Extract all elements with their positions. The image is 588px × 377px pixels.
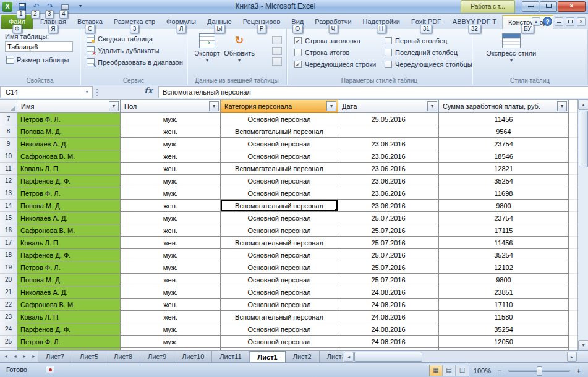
cell-gender[interactable]: муж.	[121, 261, 221, 274]
cell-category[interactable]: Основной персонал	[221, 175, 338, 187]
button-обновить[interactable]: ↻Обновить▾	[223, 32, 255, 64]
column-header-имя[interactable]: Имя▾	[17, 100, 121, 113]
horizontal-scrollbar[interactable]: ◄ ►	[343, 351, 577, 362]
cell-salary[interactable]: 9800	[439, 274, 569, 286]
tab-вид[interactable]: ВидО	[286, 15, 309, 29]
cell-name[interactable]: Парфенов Д. Ф.	[17, 323, 121, 336]
formula-input[interactable]: Вспомогательный персонал	[158, 86, 588, 98]
name-box[interactable]: C14 ▾	[0, 86, 93, 98]
zoom-in-button[interactable]: +	[574, 367, 583, 375]
minimize-button[interactable]	[522, 1, 539, 12]
cell-date[interactable]: 24.08.2016	[338, 299, 439, 311]
cell-salary[interactable]: 35254	[439, 323, 569, 336]
row-number[interactable]: 9	[0, 138, 17, 150]
cell-date[interactable]: 24.08.2016	[338, 286, 439, 299]
cell-name[interactable]: Петров Ф. Л.	[17, 261, 121, 274]
cell-category[interactable]: Основной персонал	[221, 249, 338, 261]
column-header-пол[interactable]: Пол▾	[121, 100, 221, 113]
cell-gender[interactable]: муж.	[121, 175, 221, 187]
row-number[interactable]: 18	[0, 249, 17, 261]
cell-category[interactable]: Основной персонал	[221, 336, 338, 348]
checkbox-box[interactable]	[385, 37, 392, 44]
open-in-browser-icon[interactable]	[272, 47, 282, 55]
qat-print-button[interactable]: 4	[58, 1, 72, 12]
checkbox-box[interactable]	[385, 61, 392, 68]
row-number[interactable]: 16	[0, 224, 17, 237]
tab-вставка[interactable]: ВставкаС	[72, 15, 108, 29]
sheet-tab-лист1[interactable]: Лист1	[250, 351, 286, 362]
cell-salary[interactable]: 17115	[439, 224, 569, 237]
next-sheet-icon[interactable]: ►	[20, 351, 29, 362]
cell-name[interactable]: Попова М. Д.	[17, 200, 121, 212]
zoom-out-button[interactable]: −	[495, 367, 504, 375]
button-сводная-таблица[interactable]: Сводная таблица	[84, 33, 187, 44]
filter-icon[interactable]: ▾	[326, 101, 336, 111]
cell-date[interactable]: 25.07.2016	[338, 237, 439, 249]
cell-category[interactable]: Основной персонал	[221, 187, 338, 200]
cell-gender[interactable]: муж.	[121, 187, 221, 200]
sheet-tab-лист3[interactable]: Лист3	[320, 351, 343, 362]
checkbox-строка-заголовка[interactable]: ✓Строка заголовка	[294, 35, 385, 46]
cell-salary[interactable]: 11698	[439, 187, 569, 200]
workbook-restore-icon[interactable]	[566, 17, 574, 26]
scroll-up-icon[interactable]: ▲	[578, 100, 588, 110]
tab-формулы[interactable]: ФормулыЛ	[161, 15, 202, 29]
cell-date[interactable]: 24.08.2016	[338, 311, 439, 323]
scroll-down-icon[interactable]: ▼	[578, 340, 588, 350]
cell-name[interactable]: Петров Ф. Л.	[17, 336, 121, 348]
macro-record-icon[interactable]	[46, 366, 54, 373]
cell-gender[interactable]: жен.	[121, 274, 221, 286]
close-button[interactable]: ×	[558, 1, 586, 12]
cell-gender[interactable]: жен.	[121, 163, 221, 175]
cell-gender[interactable]: муж.	[121, 323, 221, 336]
maximize-button[interactable]	[540, 1, 557, 12]
checkbox-box[interactable]	[385, 49, 392, 56]
cell-date[interactable]: 24.08.2016	[338, 323, 439, 336]
tab-данные[interactable]: ДанныеЫ	[202, 15, 237, 29]
cell-gender[interactable]: жен.	[121, 237, 221, 249]
resize-table-button[interactable]: Размер таблицы	[4, 54, 80, 65]
workbook-minimize-icon[interactable]	[555, 17, 563, 26]
qat-redo-button[interactable]: ↷3	[43, 1, 58, 12]
cell-date[interactable]: 25.07.2016	[338, 261, 439, 274]
sheet-tab-лист8[interactable]: Лист8	[106, 351, 140, 362]
cell-category[interactable]: Вспомогательный персонал	[221, 237, 338, 249]
cell-date[interactable]: 23.06.2016	[338, 150, 439, 163]
checkbox-box[interactable]: ✓	[294, 37, 302, 44]
cell-salary[interactable]: 35254	[439, 249, 569, 261]
button-преобразовать-в-диапазон[interactable]: Преобразовать в диапазон	[84, 56, 187, 68]
row-number[interactable]: 25	[0, 336, 17, 348]
sheet-tab-лист9[interactable]: Лист9	[140, 351, 174, 362]
row-number[interactable]: 12	[0, 175, 17, 187]
cell-category[interactable]: Вспомогательный персонал	[221, 163, 338, 175]
previous-sheet-icon[interactable]: ◄	[11, 351, 20, 362]
scroll-right-icon[interactable]: ►	[567, 352, 577, 362]
cell-category[interactable]: Основной персонал	[221, 224, 338, 237]
zoom-level[interactable]: 100%	[474, 367, 491, 375]
cell-gender[interactable]: муж.	[121, 212, 221, 224]
sheet-tab-лист11[interactable]: Лист11	[212, 351, 249, 362]
filter-icon[interactable]: ▾	[109, 101, 119, 111]
zoom-slider[interactable]	[508, 370, 570, 372]
sheet-tab-лист2[interactable]: Лист2	[286, 351, 320, 362]
cell-salary[interactable]: 12050	[439, 336, 569, 348]
row-number[interactable]: 11	[0, 163, 17, 175]
cell-gender[interactable]: муж.	[121, 286, 221, 299]
cell-date[interactable]: 25.07.2016	[338, 224, 439, 237]
row-number[interactable]: 17	[0, 237, 17, 249]
checkbox-первый-столбец[interactable]: Первый столбец	[385, 35, 475, 46]
select-all-corner[interactable]	[0, 100, 17, 113]
cell-name[interactable]: Попова М. Д.	[17, 125, 121, 138]
row-number[interactable]: 8	[0, 125, 17, 138]
row-number[interactable]: 10	[0, 150, 17, 163]
cell-name[interactable]: Петров Ф. Л.	[17, 113, 121, 125]
tab-рецензиров[interactable]: РецензировР	[237, 15, 286, 29]
cell-date[interactable]: 25.07.2016	[338, 249, 439, 261]
cell-name[interactable]: Парфенов Д. Ф.	[17, 249, 121, 261]
first-sheet-icon[interactable]: ◄	[1, 351, 11, 362]
cell-name[interactable]: Николаев А. Д.	[17, 286, 121, 299]
cell-category[interactable]: Вспомогательный персонал	[221, 125, 338, 138]
cell-name[interactable]: Коваль Л. П.	[17, 311, 121, 323]
cell-salary[interactable]: 11456	[439, 237, 569, 249]
cell-gender[interactable]: муж.	[121, 113, 221, 125]
